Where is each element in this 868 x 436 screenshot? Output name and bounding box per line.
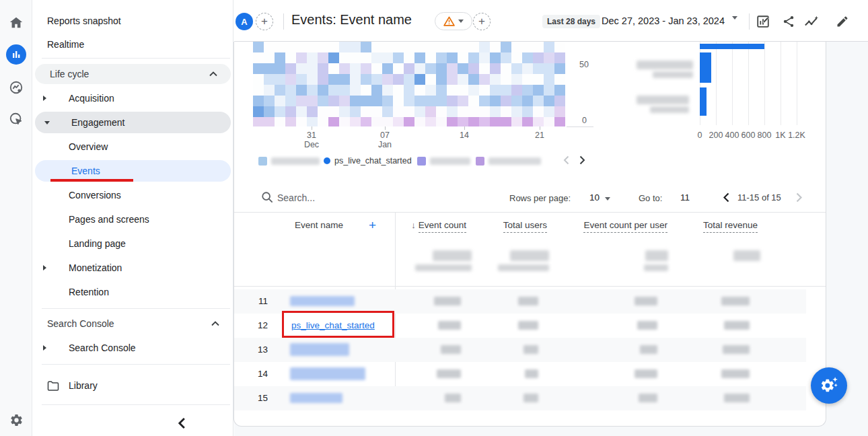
sidebar-item-engagement[interactable]: Engagement [35,112,231,133]
redacted-total-value [645,250,668,261]
sidebar-item-retention[interactable]: Retention [32,282,233,302]
gear-sparkle-icon [819,375,839,396]
column-header-total-users[interactable]: Total users [503,220,547,230]
sidebar-item-landing-page[interactable]: Landing page [32,233,233,254]
legend-item-redacted[interactable] [258,156,320,166]
sidebar-item-conversions[interactable]: Conversions [32,185,233,205]
goto-page-input[interactable]: 11 [680,192,690,203]
redacted-value [723,345,750,354]
column-header-event-name[interactable]: Event name [295,220,343,230]
redacted-total-subtext [644,264,668,271]
sidebar-section-search-console[interactable]: Search Console [32,314,233,334]
legend-next-button[interactable] [576,154,588,166]
nav-home-button[interactable] [0,9,32,36]
report-header: A + Events: Event name + Last 28 days De… [234,0,868,42]
date-range-selector[interactable]: Dec 27, 2023 - Jan 23, 2024 [602,15,725,26]
gridline [716,42,717,125]
edit-button[interactable] [834,13,851,30]
sidebar-label: Conversions [69,190,121,201]
legend-prev-button[interactable] [560,154,572,166]
data-quality-dropdown[interactable] [435,12,472,30]
column-header-total-revenue[interactable]: Total revenue [703,220,758,230]
redacted-value [721,297,750,305]
customize-report-button[interactable] [755,13,771,30]
insights-button[interactable] [803,13,820,30]
row-number: 11 [246,296,268,306]
page-title: Events: Event name [291,12,412,28]
search-icon [261,191,273,203]
redacted-value [635,369,657,378]
add-comparison-button[interactable]: + [256,13,273,30]
chevron-up-icon [209,71,217,77]
sidebar-item-search-console[interactable]: Search Console [32,338,233,358]
redacted-value [437,369,461,378]
table-row: 11 [234,289,806,314]
legend-item-redacted[interactable] [476,156,541,166]
chevron-left-icon [176,417,187,429]
chevron-up-icon [211,321,219,326]
gridline [732,42,733,125]
sidebar-item-realtime[interactable]: Realtime [32,34,233,54]
pagination-range: 11-15 of 15 [737,192,781,203]
nav-explore-button[interactable] [0,74,32,101]
divider [42,404,230,405]
add-segment-button[interactable]: + [473,13,491,30]
insights-fab-button[interactable] [811,367,847,404]
sidebar-section-life-cycle[interactable]: Life cycle [35,64,231,84]
search-button[interactable] [261,191,273,206]
customize-report-icon [756,14,770,29]
redacted-value [518,321,538,330]
sidebar-item-pages-and-screens[interactable]: Pages and screens [32,209,233,229]
row-number: 13 [246,344,268,355]
redacted-value [438,321,461,330]
legend-item-redacted[interactable] [417,156,470,166]
search-input[interactable]: Search... [277,192,315,203]
line-chart-redacted-area [253,42,574,126]
sidebar-item-reports-snapshot[interactable]: Reports snapshot [32,11,233,31]
nav-admin-button[interactable] [0,406,32,433]
rows-per-page-label: Rows per page: [509,193,571,203]
x-axis-tick-label: 14 [449,131,479,140]
bar [700,44,764,49]
table-row: 13 [234,338,806,362]
rows-per-page-select[interactable]: 10 [589,192,600,203]
divider [234,212,826,213]
explore-icon [9,80,24,95]
caret-right-icon [43,345,46,351]
sidebar-item-monetization[interactable]: Monetization [32,258,233,278]
insights-icon [803,14,820,29]
redacted-value [523,394,538,402]
add-dimension-button[interactable]: + [369,219,376,231]
gridline [748,42,749,125]
sidebar-item-library[interactable]: Library [32,375,233,396]
redacted-total-subtext [415,264,472,271]
avatar[interactable]: A [236,13,253,30]
nav-reports-button[interactable] [0,41,32,68]
tick-mark [464,126,465,130]
legend-swatch [258,157,267,166]
tick-mark [385,126,386,130]
share-button[interactable] [781,13,797,30]
nav-advertising-button[interactable] [0,106,32,133]
date-range-text: Dec 27, 2023 - Jan 23, 2024 [602,15,725,26]
sidebar-label: Reports snapshot [47,15,121,26]
sidebar-item-overview[interactable]: Overview [32,137,233,157]
column-header-event-count[interactable]: ↓Event count [411,220,466,230]
divider [42,58,230,59]
gridline [797,42,797,125]
chevron-left-icon [723,192,729,203]
sidebar-label: Pages and screens [69,214,149,225]
chevron-left-icon [563,155,569,165]
next-page-button[interactable] [793,191,805,203]
sidebar-item-acquisition[interactable]: Acquisition [32,88,233,108]
collapse-sidebar-button[interactable] [176,417,190,431]
legend-dot [324,157,330,164]
column-header-event-count-per-user[interactable]: Event count per user [583,220,667,230]
legend-item-selected[interactable]: ps_live_chat_started [324,156,412,166]
red-box-annotation [282,311,394,338]
previous-page-button[interactable] [720,191,732,203]
sidebar-label: Search Console [69,342,136,353]
goto-label: Go to: [639,193,662,203]
redacted-total-subtext [498,264,549,271]
caret-right-icon [43,96,46,101]
